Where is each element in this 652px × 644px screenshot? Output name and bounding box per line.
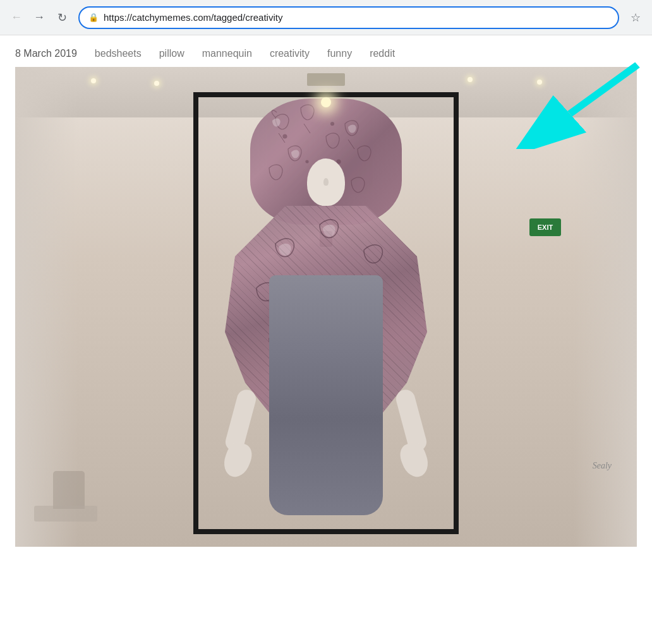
svg-point-4 bbox=[306, 160, 308, 163]
reload-button[interactable]: ↻ bbox=[53, 9, 71, 27]
store-background-right bbox=[574, 67, 637, 547]
page-content: 8 March 2019 bedsheets pillow mannequin … bbox=[0, 35, 652, 547]
frame-right bbox=[454, 92, 459, 534]
back-button[interactable]: ← bbox=[8, 9, 25, 27]
hand-left bbox=[220, 439, 255, 480]
ceiling-light-1 bbox=[91, 78, 96, 83]
frame-top bbox=[193, 92, 459, 97]
body-dress bbox=[269, 275, 383, 515]
meta-tag-pillow[interactable]: pillow bbox=[159, 48, 184, 59]
forward-button[interactable]: → bbox=[30, 9, 48, 27]
browser-chrome: ← → ↻ 🔒 https://catchymemes.com/tagged/c… bbox=[0, 0, 652, 35]
mannequin-face bbox=[307, 158, 345, 206]
main-image-container: EXIT Sealy bbox=[15, 67, 637, 547]
address-bar[interactable]: 🔒 https://catchymemes.com/tagged/creativ… bbox=[78, 6, 619, 29]
url-text: https://catchymemes.com/tagged/creativit… bbox=[104, 12, 609, 23]
svg-line-8 bbox=[348, 140, 354, 149]
frame-left bbox=[193, 92, 198, 534]
ceiling-light-3 bbox=[537, 80, 542, 85]
meta-date[interactable]: 8 March 2019 bbox=[15, 48, 77, 59]
store-brand-sign: Sealy bbox=[593, 461, 612, 471]
ceiling-light-4 bbox=[468, 77, 473, 82]
bookmark-button[interactable]: ☆ bbox=[627, 9, 644, 27]
svg-point-2 bbox=[283, 134, 287, 138]
meta-row: 8 March 2019 bedsheets pillow mannequin … bbox=[15, 48, 637, 62]
meta-tag-reddit[interactable]: reddit bbox=[370, 48, 395, 59]
face-nose bbox=[323, 178, 329, 186]
mannequin bbox=[219, 98, 433, 528]
ceiling-vent bbox=[307, 73, 345, 86]
bg-people bbox=[53, 471, 85, 509]
main-image: EXIT Sealy bbox=[15, 67, 637, 547]
ceiling-light-2 bbox=[154, 81, 159, 86]
meta-tag-funny[interactable]: funny bbox=[327, 48, 352, 59]
svg-point-3 bbox=[331, 122, 334, 126]
meta-tag-creativity[interactable]: creativity bbox=[270, 48, 310, 59]
svg-line-7 bbox=[304, 124, 310, 133]
lock-icon: 🔒 bbox=[88, 13, 99, 22]
frame-bottom bbox=[193, 529, 459, 534]
meta-tag-bedsheets[interactable]: bedsheets bbox=[95, 48, 142, 59]
meta-tag-mannequin[interactable]: mannequin bbox=[202, 48, 252, 59]
frame-spotlight bbox=[321, 97, 331, 107]
hand-right bbox=[397, 439, 432, 480]
bg-table bbox=[34, 506, 97, 522]
exit-sign-text: EXIT bbox=[538, 224, 553, 231]
exit-sign: EXIT bbox=[529, 218, 561, 236]
nav-buttons: ← → ↻ bbox=[8, 9, 71, 27]
scene: EXIT Sealy bbox=[15, 67, 637, 547]
